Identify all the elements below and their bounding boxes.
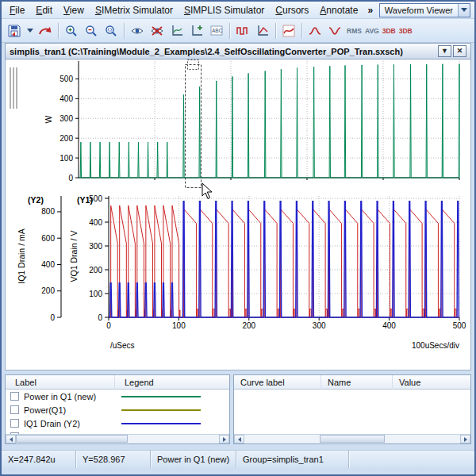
y-axis-label: W [44,115,53,123]
toolbar-separator [229,23,230,39]
smooth-curve-alt-icon [328,24,342,38]
scroll-right-icon[interactable] [460,435,470,443]
add-grid-icon [190,24,204,38]
axis-curve-button[interactable] [253,21,272,40]
eye-hide-icon [150,24,164,38]
add-grid-button[interactable] [187,21,206,40]
axis-text: 200 [242,321,255,330]
curve-checkbox[interactable] [10,419,19,428]
axis-text: 400 [89,218,102,227]
menu-overflow-chevron[interactable]: » [363,3,377,17]
save-button[interactable] [5,21,24,40]
annotate-abc-icon: ABC [209,24,224,38]
show-curve-button[interactable] [128,21,147,40]
legend-row[interactable]: IQ1 Drain (Y2) [6,416,229,430]
eye-icon [130,24,144,38]
rerun-button[interactable] [36,21,55,40]
scroll-left-icon[interactable] [6,435,16,443]
plot-area[interactable]: 0100200300400500W0200400600800(Y2)IQ1 Dr… [5,60,471,370]
document-title: simplis_tran1 (C:\Training\Module_2_Exam… [10,47,436,56]
curve-checkbox[interactable] [10,405,19,414]
add-axis-button[interactable] [167,21,186,40]
y1-axis-label: VQ1 Drain / V [69,231,79,282]
shade-button[interactable]: ▼ [438,45,451,57]
axis-text: 100 [89,290,102,298]
waveform-button[interactable] [279,21,298,40]
annotate-button[interactable]: ABC [207,21,226,40]
scroll-track[interactable] [244,435,460,443]
smooth-curve-button[interactable] [305,21,324,40]
waveform-icon [282,24,296,38]
menu-cursors[interactable]: Cursors [270,3,314,17]
status-cursor-x: X=247.842u [2,451,76,468]
scroll-right-icon[interactable] [219,435,229,443]
measure-buttons: RMSAVG3DB3DB [345,25,414,37]
menu-items: FileEditViewSIMetrix SimulatorSIMPLIS Si… [4,3,363,17]
scroll-left-icon[interactable] [234,435,244,443]
curve-label: Power(Q1) [24,405,113,415]
column-header-label[interactable]: Label [6,375,115,390]
zoom-out-button[interactable] [82,21,101,40]
curve-color-sample [121,423,201,424]
axis-text: 200 [41,286,55,295]
hide-curve-button[interactable] [148,21,167,40]
menu-simplis-simulator[interactable]: SIMPLIS Simulator [178,3,270,17]
legend-hscrollbar[interactable] [6,434,229,443]
curve-checkbox[interactable] [10,392,19,401]
scroll-track[interactable] [16,435,219,443]
measure-avg-button[interactable]: AVG [363,25,381,37]
chevron-down-icon [27,29,33,33]
measure-3db-button[interactable]: 3DB [397,25,414,37]
zoom-area-icon [104,24,118,38]
measure-rms-button[interactable]: RMS [345,25,363,37]
axis-text: 0 [106,321,111,330]
axis-text: 300 [60,114,73,123]
menu-view[interactable]: View [58,3,90,17]
axis-text: 400 [382,321,396,330]
column-header-curve-label[interactable]: Curve label [234,375,321,390]
legend-row[interactable]: Power in Q1 (new) [6,390,229,403]
axis-text: 200 [60,134,73,143]
axis-curve-icon [255,24,270,38]
chevron-down-icon[interactable] [458,4,470,17]
scroll-thumb[interactable] [320,435,385,443]
cursor-select-box [186,65,202,188]
axis-text: 500 [60,75,73,83]
toolbar-separator [275,23,276,39]
status-cursor-y: Y=528.967 [76,451,151,468]
smooth-curve-alt-button[interactable] [325,21,344,40]
menu-annotate[interactable]: Annotate [314,3,363,17]
viewer-select[interactable]: Waveform Viewer [379,3,470,17]
document-title-bar[interactable]: simplis_tran1 (C:\Training\Module_2_Exam… [5,43,471,60]
values-hscrollbar[interactable] [234,434,470,443]
mouse-pointer-icon [202,183,212,199]
zoom-in-icon [64,24,79,38]
menu-simetrix-simulator[interactable]: SIMetrix Simulator [90,3,178,17]
square-wave-button[interactable] [233,21,252,40]
column-header-value[interactable]: Value [393,375,470,390]
axes-icon [170,24,184,38]
column-header-legend[interactable]: Legend [115,375,229,390]
x-axis-label: /uSecs [110,341,135,350]
toolbar-separator [301,23,302,39]
x-div-label: 100uSecs/div [412,341,459,350]
viewer-select-label: Waveform Viewer [380,6,458,15]
axis-text: 0 [98,313,102,322]
curve-color-sample [121,409,201,411]
save-options-button[interactable] [25,21,35,40]
status-bar: X=247.842u Y=528.967 Power in Q1 (new) G… [2,450,474,467]
legend-row[interactable]: Power(Q1) [6,403,229,416]
close-button[interactable]: ✕ [453,45,466,57]
zoom-area-button[interactable] [102,21,121,40]
menu-edit[interactable]: Edit [30,3,58,17]
y1-axis-tag: (Y1) [77,195,93,205]
axis-text: 500 [453,321,466,330]
measure-3db-button[interactable]: 3DB [381,25,397,37]
scroll-thumb[interactable] [16,435,128,443]
axis-text: 200 [89,266,102,274]
status-group: Group=simplis_tran1 [236,451,349,468]
curve-color-sample [121,396,201,397]
zoom-in-button[interactable] [62,21,81,40]
menu-file[interactable]: File [4,3,30,17]
column-header-name[interactable]: Name [321,375,393,390]
